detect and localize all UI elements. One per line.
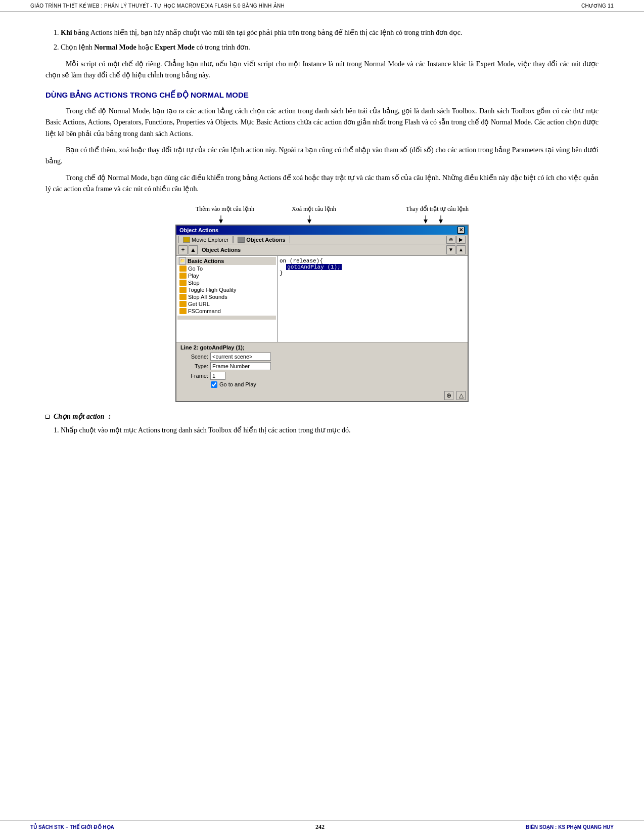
code-line-1: on (release){ — [280, 258, 466, 264]
highlighted-code: gotoAndPlay (1); — [286, 264, 342, 270]
tab-movie-explorer[interactable]: Movie Explorer — [178, 236, 233, 243]
play-icon — [179, 273, 187, 279]
label-reorder: Thay đổi trật tự câu lệnh — [406, 205, 469, 213]
page-header: Giáo trình thiết kế web : phần lý thuyết… — [0, 0, 644, 12]
tab-object-actions-label: Object Actions — [246, 237, 285, 243]
paragraph-3: Bạn có thể thêm, xoá hoặc thay đổi trật … — [45, 145, 599, 167]
action-fscommand[interactable]: FSCommand — [177, 308, 276, 315]
frame-row: Frame: 1 — [180, 372, 464, 380]
type-value[interactable]: Frame Number — [210, 362, 271, 370]
bottom-icon-plus[interactable]: ⊕ — [444, 391, 453, 400]
footer-page-number: 242 — [315, 823, 325, 831]
sub-list-item-1: Nhấp chuột vào một mục Actions trong dan… — [61, 425, 599, 436]
svg-marker-3 — [307, 220, 311, 224]
main-content: Khi bảng Actions hiển thị, bạn hãy nhấp … — [0, 12, 644, 449]
action-stop-sounds[interactable]: Stop All Sounds — [177, 293, 276, 300]
goto-play-checkbox[interactable] — [211, 381, 217, 388]
add-action-btn[interactable]: + — [178, 245, 188, 254]
tab-option-btn[interactable]: ⊕ — [446, 236, 455, 244]
fscommand-icon — [179, 308, 187, 314]
stop-icon — [179, 280, 187, 286]
basic-actions-label: Basic Actions — [188, 258, 224, 264]
action-get-url[interactable]: Get URL — [177, 300, 276, 308]
tab-right-buttons: ⊕ ▶ — [446, 236, 466, 244]
action-toggle-quality[interactable]: Toggle High Quality — [177, 286, 276, 293]
tabs-row: Movie Explorer Object Actions ⊕ ▶ — [176, 235, 468, 244]
page: Giáo trình thiết kế web : phần lý thuyết… — [0, 0, 644, 834]
left-panel: 📁 Basic Actions Go To Play — [176, 256, 278, 342]
bottom-icons: ⊕ △ — [176, 390, 468, 401]
dialog-body: 📁 Basic Actions Go To Play — [176, 256, 468, 342]
remove-action-btn[interactable]: ▲ — [189, 245, 198, 254]
paragraph-2: Trong chế độ Normal Mode, bạn tạo ra các… — [45, 106, 599, 140]
svg-marker-5 — [424, 220, 428, 224]
dialog-title-bar: Object Actions ✕ — [176, 226, 468, 235]
header-right: Chương 11 — [581, 3, 614, 9]
type-row: Type: Frame Number — [180, 362, 464, 370]
stop-sounds-icon — [179, 294, 187, 300]
header-left: Giáo trình thiết kế web : phần lý thuyết… — [30, 3, 285, 9]
svg-marker-7 — [439, 220, 443, 224]
toolbar-up-btn[interactable]: ▲ — [456, 245, 466, 254]
right-panel: on (release){ gotoAndPlay (1); } — [278, 256, 468, 342]
list-item-2: Chọn lệnh Normal Mode hoặc Expert Mode c… — [61, 42, 599, 53]
close-button[interactable]: ✕ — [457, 227, 465, 234]
toolbar-dropdown-btn[interactable]: ▼ — [446, 245, 455, 254]
bullet-chon-action-label: Chọn một action — [54, 412, 104, 421]
bullet-item-chon: Chọn một action : — [45, 412, 599, 421]
code-line-highlight: gotoAndPlay (1); — [280, 264, 466, 270]
sub-list-item-1-text: Nhấp chuột vào một mục Actions trong dan… — [61, 426, 351, 434]
bullet-colon: : — [108, 413, 111, 421]
paragraph-1: Mỗi script có một chế độ riêng. Chẳng hạ… — [45, 59, 599, 81]
checkbox-row: Go to and Play — [211, 381, 464, 388]
action-play[interactable]: Play — [177, 272, 276, 279]
frame-label: Frame: — [180, 373, 208, 379]
label-add: Thêm vào một câu lệnh — [196, 205, 254, 213]
bullet-section: Chọn một action : — [45, 412, 599, 421]
diagram-annotations-top: Thêm vào một câu lệnh Xoá một câu lệnh T… — [175, 205, 469, 224]
action-stop[interactable]: Stop — [177, 279, 276, 286]
footer-right: Biên soạn : KS Phạm Quang Huy — [526, 824, 614, 830]
scene-row: Scene: <current scene> — [180, 353, 464, 361]
toggle-icon — [179, 287, 187, 293]
tab-movie-explorer-label: Movie Explorer — [192, 237, 228, 243]
footer-left: Tủ sách STK – Thế giới đồ họa — [30, 824, 114, 830]
movie-explorer-icon — [183, 237, 190, 243]
svg-marker-1 — [219, 220, 223, 224]
checkbox-label: Go to and Play — [219, 381, 256, 387]
scene-value[interactable]: <current scene> — [210, 353, 271, 361]
dialog-toolbar: + ▲ Object Actions ▼ ▲ — [176, 244, 468, 256]
left-panel-header: 📁 Basic Actions — [177, 257, 276, 265]
type-label: Type: — [180, 363, 208, 369]
label-remove: Xoá một câu lệnh — [292, 205, 336, 213]
frame-value[interactable]: 1 — [210, 372, 225, 380]
section-heading: DÙNG BẢNG ACTIONS TRONG CHẾ ĐỘ NORMAL MO… — [45, 91, 599, 100]
bottom-section: Line 2: gotoAndPlay (1); Scene: <current… — [176, 342, 468, 390]
tabs: Movie Explorer Object Actions — [178, 236, 290, 243]
diagram-container: Thêm vào một câu lệnh Xoá một câu lệnh T… — [45, 205, 599, 402]
folder-icon: 📁 — [179, 257, 186, 265]
code-line-3: } — [280, 270, 466, 276]
action-goto[interactable]: Go To — [177, 265, 276, 272]
bullet-square-icon — [45, 415, 50, 419]
intro-list: Khi bảng Actions hiển thị, bạn hãy nhấp … — [45, 27, 599, 53]
flash-dialog: Object Actions ✕ Movie Explorer — [175, 225, 469, 402]
page-footer: Tủ sách STK – Thế giới đồ họa 242 Biên s… — [0, 820, 644, 834]
paragraph-4: Trong chế độ Normal Mode, bạn dùng các đ… — [45, 172, 599, 195]
dialog-title: Object Actions — [179, 227, 218, 233]
bottom-icon-triangle[interactable]: △ — [456, 391, 466, 400]
goto-icon — [179, 266, 187, 272]
object-actions-icon — [238, 237, 245, 243]
tab-object-actions[interactable]: Object Actions — [233, 236, 290, 243]
bottom-line: Line 2: gotoAndPlay (1); — [180, 344, 464, 350]
toolbar-label: Object Actions — [199, 247, 445, 253]
diagram-outer: Thêm vào một câu lệnh Xoá một câu lệnh T… — [175, 205, 469, 402]
arrow-svg — [175, 214, 469, 224]
left-scrollbar[interactable] — [177, 316, 276, 320]
list-item-1: Khi bảng Actions hiển thị, bạn hãy nhấp … — [61, 27, 599, 38]
geturl-icon — [179, 301, 187, 307]
sub-list: Nhấp chuột vào một mục Actions trong dan… — [45, 425, 599, 436]
tab-arrow-btn[interactable]: ▶ — [456, 236, 466, 244]
scene-label: Scene: — [180, 354, 208, 360]
toolbar-right: ▼ ▲ — [446, 245, 466, 254]
